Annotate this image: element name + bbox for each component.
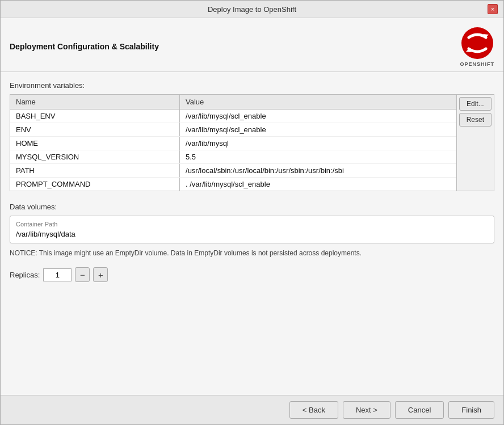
env-value-cell: /var/lib/mysql/scl_enable <box>180 123 456 137</box>
replicas-row: Replicas: − + <box>10 267 494 282</box>
env-variables-label: Environment variables: <box>10 81 494 90</box>
deploy-dialog: Deploy Image to OpenShift × Deployment C… <box>0 0 504 425</box>
env-value-cell: 5.5 <box>180 150 456 164</box>
env-value-cell: /var/lib/mysql <box>180 137 456 150</box>
table-row: PROMPT_COMMAND. /var/lib/mysql/scl_enabl… <box>10 178 456 191</box>
env-table: Name Value BASH_ENV/var/lib/mysql/scl_en… <box>10 95 456 191</box>
env-name-cell: PROMPT_COMMAND <box>10 178 180 191</box>
env-name-cell: ENV <box>10 123 180 137</box>
env-value-cell: . /var/lib/mysql/scl_enable <box>180 178 456 191</box>
header-area: Deployment Configuration & Scalability O… <box>1 18 503 71</box>
env-name-cell: PATH <box>10 164 180 178</box>
table-row: HOME/var/lib/mysql <box>10 137 456 150</box>
next-button[interactable]: Next > <box>343 401 390 419</box>
openshift-logo: OPENSHIFT <box>460 26 494 67</box>
replicas-input[interactable] <box>43 268 72 281</box>
dialog-title: Deploy Image to OpenShift <box>16 5 488 14</box>
table-row: MYSQL_VERSION5.5 <box>10 150 456 164</box>
decrement-button[interactable]: − <box>75 267 90 282</box>
cancel-button[interactable]: Cancel <box>395 401 444 419</box>
table-row: BASH_ENV/var/lib/mysql/scl_enable <box>10 110 456 123</box>
table-row: PATH/usr/local/sbin:/usr/local/bin:/usr/… <box>10 164 456 178</box>
volume-box: Container Path /var/lib/mysql/data <box>10 216 494 243</box>
container-path-value: /var/lib/mysql/data <box>16 230 488 238</box>
env-name-cell: BASH_ENV <box>10 110 180 123</box>
content-area: Environment variables: Name Value BASH_E… <box>1 72 503 395</box>
env-value-cell: /usr/local/sbin:/usr/local/bin:/usr/sbin… <box>180 164 456 178</box>
svg-point-0 <box>461 27 493 59</box>
edit-button[interactable]: Edit... <box>459 97 492 111</box>
env-table-container: Name Value BASH_ENV/var/lib/mysql/scl_en… <box>10 94 494 191</box>
volumes-section: Data volumes: Container Path /var/lib/my… <box>10 203 494 257</box>
notice-text: NOTICE: This image might use an EmptyDir… <box>10 249 494 257</box>
back-button[interactable]: < Back <box>289 401 338 419</box>
reset-button[interactable]: Reset <box>459 113 492 127</box>
title-bar: Deploy Image to OpenShift × <box>1 1 503 18</box>
env-name-cell: HOME <box>10 137 180 150</box>
env-value-cell: /var/lib/mysql/scl_enable <box>180 110 456 123</box>
footer: < Back Next > Cancel Finish <box>1 395 503 424</box>
table-row: ENV/var/lib/mysql/scl_enable <box>10 123 456 137</box>
col-name-header: Name <box>10 95 180 110</box>
table-buttons: Edit... Reset <box>456 95 494 191</box>
openshift-logo-icon <box>460 26 494 60</box>
env-name-cell: MYSQL_VERSION <box>10 150 180 164</box>
page-title: Deployment Configuration & Scalability <box>10 42 159 51</box>
container-path-label: Container Path <box>16 221 488 228</box>
replicas-label: Replicas: <box>10 271 40 279</box>
close-button[interactable]: × <box>488 4 498 14</box>
finish-button[interactable]: Finish <box>448 401 494 419</box>
increment-button[interactable]: + <box>93 267 108 282</box>
openshift-label: OPENSHIFT <box>460 61 494 67</box>
data-volumes-label: Data volumes: <box>10 203 494 211</box>
col-value-header: Value <box>180 95 456 110</box>
